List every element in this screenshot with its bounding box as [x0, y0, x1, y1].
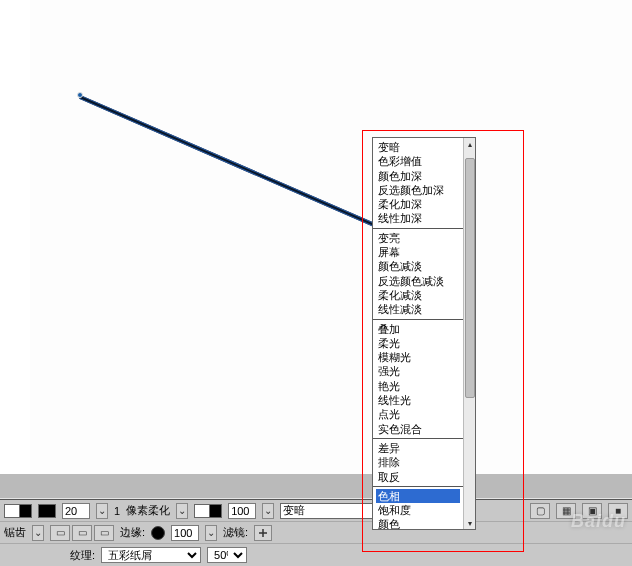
blend-mode-item[interactable]: 屏幕	[376, 245, 460, 259]
secondary-swatch[interactable]	[194, 504, 222, 518]
current-color-swatch[interactable]	[38, 504, 56, 518]
blend-mode-item[interactable]: 模糊光	[376, 350, 460, 364]
canvas-area[interactable]	[0, 0, 632, 474]
edge-label: 边缘:	[120, 525, 145, 540]
edge-color-swatch[interactable]	[151, 526, 165, 540]
blend-mode-item[interactable]: 点光	[376, 407, 460, 421]
stroke-width-input[interactable]	[62, 503, 90, 519]
blend-mode-item[interactable]: 柔化减淡	[376, 288, 460, 302]
blend-mode-item[interactable]: 色彩增值	[376, 154, 460, 168]
blend-mode-item[interactable]: 变亮	[376, 231, 460, 245]
blend-mode-item[interactable]: 色相	[376, 489, 460, 503]
cap-style-1[interactable]: ▭	[50, 525, 70, 541]
blend-mode-item[interactable]: 柔化加深	[376, 197, 460, 211]
line-endpoint-handle[interactable]	[77, 92, 83, 98]
blend-mode-item[interactable]: 颜色减淡	[376, 259, 460, 273]
blend-mode-item[interactable]: 线性减淡	[376, 302, 460, 316]
blend-mode-list: 变暗色彩增值颜色加深反选颜色加深柔化加深线性加深变亮屏幕颜色减淡反选颜色减淡柔化…	[373, 138, 463, 529]
blend-mode-select[interactable]: 变暗 ⌄	[280, 503, 384, 519]
softening-value: 1	[114, 505, 120, 517]
blend-mode-item[interactable]: 反选颜色减淡	[376, 274, 460, 288]
blend-mode-item[interactable]: 取反	[376, 470, 460, 484]
options-row-1: ⌄ 1 像素柔化 ⌄ ⌄ 变暗 ⌄ ▢ ▦ ▣ ■	[0, 500, 632, 522]
stroke-width-chevron-icon[interactable]: ⌄	[96, 503, 108, 519]
antialias-label: 锯齿	[4, 525, 26, 540]
antialias-chevron-icon[interactable]: ⌄	[32, 525, 44, 541]
canvas-boundary-gap	[0, 474, 632, 498]
canvas-inner	[30, 0, 632, 474]
blend-mode-item[interactable]: 颜色加深	[376, 169, 460, 183]
blend-mode-item[interactable]: 线性加深	[376, 211, 460, 225]
opacity-chevron-icon[interactable]: ⌄	[262, 503, 274, 519]
blend-mode-item[interactable]: 线性光	[376, 393, 460, 407]
opacity-input[interactable]	[228, 503, 256, 519]
secondary-fill-swatch[interactable]	[194, 504, 210, 518]
blend-mode-dropdown-open[interactable]: 变暗色彩增值颜色加深反选颜色加深柔化加深线性加深变亮屏幕颜色减淡反选颜色减淡柔化…	[372, 137, 476, 530]
options-row-2: 锯齿 ⌄ ▭ ▭ ▭ 边缘: ⌄ 滤镜:	[0, 522, 632, 544]
blend-mode-item[interactable]: 反选颜色加深	[376, 183, 460, 197]
blend-mode-item[interactable]: 强光	[376, 364, 460, 378]
blend-mode-item[interactable]: 变暗	[376, 140, 460, 154]
blend-mode-item[interactable]: 艳光	[376, 379, 460, 393]
cap-style-buttons: ▭ ▭ ▭	[50, 525, 114, 541]
options-row-3: 纹理: 五彩纸屑 50%	[0, 544, 632, 566]
blend-mode-item[interactable]: 颜色	[376, 517, 460, 529]
cap-style-3[interactable]: ▭	[94, 525, 114, 541]
softening-chevron-icon[interactable]: ⌄	[176, 503, 188, 519]
add-filter-button[interactable]	[254, 525, 272, 541]
filter-label: 滤镜:	[223, 525, 248, 540]
blend-mode-item[interactable]: 实色混合	[376, 422, 460, 436]
options-extra-btn-1[interactable]: ▢	[530, 503, 550, 519]
scroll-thumb[interactable]	[465, 158, 475, 398]
options-extra-btn-3[interactable]: ▣	[582, 503, 602, 519]
softening-label: 像素柔化	[126, 503, 170, 518]
blend-mode-select-value: 变暗	[283, 503, 305, 518]
blend-mode-item[interactable]: 柔光	[376, 336, 460, 350]
dropdown-scrollbar[interactable]: ▴ ▾	[463, 138, 475, 529]
edge-opacity-input[interactable]	[171, 525, 199, 541]
blend-mode-item[interactable]: 差异	[376, 441, 460, 455]
texture-percent-select[interactable]: 50%	[207, 547, 247, 563]
options-extra-btn-2[interactable]: ▦	[556, 503, 576, 519]
edge-opacity-chevron-icon[interactable]: ⌄	[205, 525, 217, 541]
tool-options-bar: ⌄ 1 像素柔化 ⌄ ⌄ 变暗 ⌄ ▢ ▦ ▣ ■ 锯齿 ⌄ ▭ ▭ ▭ 边缘:…	[0, 499, 632, 566]
scroll-down-icon[interactable]: ▾	[464, 517, 476, 529]
fill-swatch[interactable]	[4, 504, 20, 518]
cap-style-2[interactable]: ▭	[72, 525, 92, 541]
texture-select[interactable]: 五彩纸屑	[101, 547, 201, 563]
scroll-up-icon[interactable]: ▴	[464, 138, 476, 150]
texture-label: 纹理:	[70, 548, 95, 563]
blend-mode-item[interactable]: 排除	[376, 455, 460, 469]
blend-mode-item[interactable]: 叠加	[376, 322, 460, 336]
stroke-fill-swatch[interactable]	[4, 504, 32, 518]
options-extra-btn-4[interactable]: ■	[608, 503, 628, 519]
blend-mode-item[interactable]: 饱和度	[376, 503, 460, 517]
